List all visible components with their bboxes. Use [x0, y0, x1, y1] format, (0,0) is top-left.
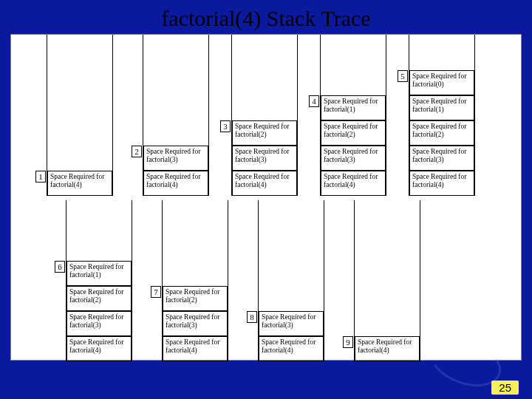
frame-cell: Space Required for factorial(3) [409, 146, 474, 171]
frame-cell: Space Required for factorial(2) [163, 286, 228, 311]
frame-cell: Space Required for factorial(4) [259, 336, 324, 361]
stack-col-9: Space Required for factorial(4) [354, 200, 420, 361]
frame-cell: Space Required for factorial(1) [321, 95, 386, 120]
frame-cell: Space Required for factorial(4) [409, 171, 474, 196]
frame-cell: Space Required for factorial(2) [409, 120, 474, 146]
page-number: 25 [491, 381, 519, 395]
stack-col-3: Space Required for factorial(2) Space Re… [231, 35, 298, 196]
step-number-4: 4 [309, 95, 319, 107]
step-number-7: 7 [151, 286, 161, 298]
frame-cell: Space Required for factorial(0) [409, 70, 474, 95]
frame-cell: Space Required for factorial(1) [66, 261, 132, 286]
step-number-5: 5 [398, 70, 408, 82]
step-number-3: 3 [220, 120, 231, 132]
stack-col-7: Space Required for factorial(2) Space Re… [162, 200, 228, 361]
stack-col-6: Space Required for factorial(1) Space Re… [66, 200, 132, 361]
slide-title: factorial(4) Stack Trace [0, 0, 532, 34]
frame-cell: Space Required for factorial(2) [66, 286, 132, 311]
frame-cell: Space Required for factorial(4) [143, 171, 208, 196]
frame-cell: Space Required for factorial(3) [321, 146, 386, 171]
frame-cell: Space Required for factorial(4) [321, 171, 386, 196]
frame-cell: Space Required for factorial(1) [409, 95, 474, 120]
stack-col-1: Space Required for factorial(4) [47, 35, 113, 196]
frame-cell: Space Required for factorial(4) [47, 171, 112, 196]
frame-cell: Space Required for factorial(4) [355, 336, 420, 361]
frame-cell: Space Required for factorial(3) [232, 146, 297, 171]
step-number-8: 8 [247, 311, 257, 323]
frame-cell: Space Required for factorial(4) [163, 336, 228, 361]
stack-col-4: Space Required for factorial(1) Space Re… [320, 35, 386, 196]
frame-cell: Space Required for factorial(3) [66, 311, 132, 336]
frame-cell: Space Required for factorial(4) [232, 171, 297, 196]
diagram-canvas: Space Required for factorial(4) 1 Space … [10, 34, 522, 361]
step-number-6: 6 [55, 261, 65, 273]
frame-cell: Space Required for factorial(2) [232, 120, 297, 146]
frame-cell: Space Required for factorial(3) [163, 311, 228, 336]
stack-col-2: Space Required for factorial(3) Space Re… [143, 35, 209, 196]
stack-col-8: Space Required for factorial(3) Space Re… [258, 200, 324, 361]
frame-cell: Space Required for factorial(3) [259, 311, 324, 336]
frame-cell: Space Required for factorial(2) [321, 120, 386, 146]
frame-cell: Space Required for factorial(3) [143, 146, 208, 171]
top-row: Space Required for factorial(4) 1 Space … [11, 35, 521, 196]
stack-col-5: Space Required for factorial(0) Space Re… [409, 35, 475, 196]
step-number-1: 1 [35, 171, 46, 183]
bottom-row: Space Required for factorial(1) Space Re… [11, 200, 521, 361]
step-number-9: 9 [343, 336, 353, 348]
step-number-2: 2 [132, 146, 142, 157]
frame-cell: Space Required for factorial(4) [66, 336, 132, 361]
